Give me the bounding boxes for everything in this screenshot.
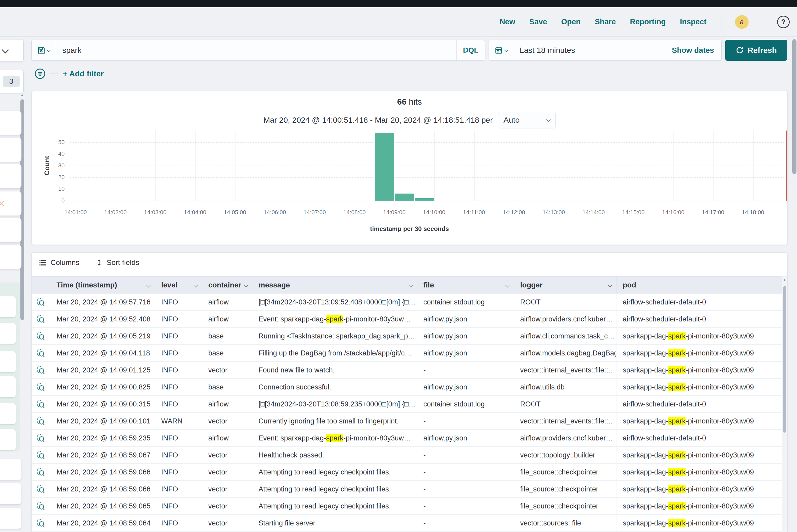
nav-inspect-button[interactable]: Inspect [680,18,706,26]
field-item[interactable] [0,508,21,529]
selected-field-item[interactable] [0,323,16,344]
expand-document-icon[interactable] [32,413,50,430]
cell-msg: Filling up the DagBag from /stackable/ap… [252,345,417,361]
y-tick-label: 0 [45,197,64,204]
column-header-message[interactable]: message [252,277,417,294]
date-picker[interactable]: Last 18 minutes Show dates [489,40,722,61]
cell-file-value: - [423,468,426,476]
nav-new-button[interactable]: New [500,18,515,26]
nav-save-button[interactable]: Save [529,18,547,26]
cell-level: INFO [155,345,202,361]
list-icon [39,259,47,267]
cell-container: base [202,345,252,361]
selected-field-item[interactable] [0,351,16,372]
page-scrollbar-thumb[interactable] [792,39,796,174]
field-item[interactable]: × [0,191,21,215]
filter-divider [50,74,58,74]
cell-container-value: vector [208,417,228,425]
expand-document-icon[interactable] [32,447,50,463]
cell-msg-text: Running <TaskInstance: sparkapp_dag.spar… [259,332,415,340]
field-item[interactable] [0,459,21,480]
nav-reporting-button[interactable]: Reporting [630,18,666,26]
table-row: Mar 20, 2024 @ 14:08:59.066INFOvectorAtt… [32,481,783,498]
expand-document-icon[interactable] [32,311,50,327]
selected-field-item[interactable] [0,296,16,317]
field-item[interactable] [0,111,21,135]
expand-document-icon[interactable] [32,430,50,446]
expand-document-icon[interactable] [32,294,50,310]
saved-query-menu-button[interactable] [32,40,56,60]
query-language-button[interactable]: DQL [456,40,485,60]
column-header-time-timestamp-[interactable]: Time (timestamp) [50,277,155,294]
field-item[interactable] [0,245,21,269]
cell-file-value: airflow.py.json [423,434,467,442]
cell-container: airflow [202,311,252,327]
field-item[interactable] [0,483,21,504]
remove-field-icon[interactable]: × [0,197,5,209]
cell-msg-text: Event: sparkapp-dag- [259,434,326,442]
help-icon[interactable]: ? [777,16,790,28]
filter-icon[interactable] [35,68,45,79]
user-avatar[interactable]: a [735,15,748,29]
refresh-button[interactable]: Refresh [725,40,787,61]
cell-msg: Currently ignoring file too small to fin… [252,413,417,430]
expand-document-icon[interactable] [32,345,50,361]
search-input[interactable]: spark [62,46,456,55]
cell-msg: Attempting to read legacy checkpoint fil… [252,464,417,480]
interval-select[interactable]: Auto [498,112,556,129]
column-header-logger[interactable]: logger [514,277,616,294]
selected-fields-box[interactable]: 3 [0,70,23,93]
date-quick-select-button[interactable] [489,40,513,60]
expand-document-icon[interactable] [32,379,50,396]
field-item[interactable] [0,164,21,188]
nav-share-button[interactable]: Share [595,18,616,26]
table-scrollbar-thumb[interactable] [783,286,786,433]
column-header-level[interactable]: level [155,277,202,294]
expand-document-icon[interactable] [32,464,50,480]
expand-document-icon[interactable] [32,362,50,378]
field-item[interactable] [0,218,21,242]
column-header-file[interactable]: file [417,277,514,294]
selected-field-item[interactable] [0,376,16,397]
column-header-pod[interactable]: pod [616,277,783,294]
cell-logger-value: ROOT [520,400,541,408]
cell-logger-value: airflow.providers.cncf.kuber… [520,434,613,442]
histogram-bar[interactable] [395,193,414,201]
expand-document-icon[interactable] [32,396,50,413]
cell-msg: [□[34m2024-03-20T13:08:59.235+0000□[0m] … [252,396,417,413]
scroll-up-icon[interactable]: ▲ [20,93,24,97]
scroll-up-icon[interactable]: ▲ [783,278,786,282]
sort-fields-button[interactable]: Sort fields [95,259,139,267]
histogram-bar[interactable] [375,133,394,201]
x-tick-label: 14:06:00 [254,209,296,216]
cell-pod-text: airflow-scheduler-default-0 [623,400,706,408]
y-tick-label: 10 [45,186,64,192]
show-dates-button[interactable]: Show dates [672,46,714,55]
cell-time: Mar 20, 2024 @ 14:09:00.315 [50,396,155,413]
cell-pod-text: airflow-scheduler-default-0 [623,315,706,323]
hits-title: 66 hits [32,97,787,107]
histogram-bar[interactable] [415,198,434,201]
expand-document-icon[interactable] [32,515,50,531]
expand-document-icon[interactable] [32,328,50,344]
cell-level: INFO [155,430,202,446]
cell-time: Mar 20, 2024 @ 14:09:57.716 [50,294,155,310]
cell-logger: airflow.utils.db [514,379,616,396]
table-scrollbar[interactable]: ▲ [782,276,787,532]
columns-button[interactable]: Columns [39,259,79,267]
expand-document-icon[interactable] [32,498,50,514]
expand-document-icon[interactable] [32,481,50,497]
time-range-value[interactable]: Last 18 minutes [520,46,672,55]
highlighted-term: spark [668,349,686,357]
nav-open-button[interactable]: Open [561,18,581,26]
query-bar[interactable]: spark DQL [32,40,485,61]
add-filter-button[interactable]: + Add filter [63,69,104,78]
cell-logger-value: file_source::checkpointer [520,502,598,510]
field-item[interactable] [0,137,21,162]
column-header-container[interactable]: container [202,277,252,294]
y-tick-label: 40 [45,150,64,157]
sidebar-collapse-button[interactable] [0,39,23,62]
selected-field-item[interactable] [0,403,16,424]
cell-pod: sparkapp-dag-spark-pi-monitor-80y3uw09 [616,362,783,378]
selected-field-item[interactable] [0,429,16,450]
